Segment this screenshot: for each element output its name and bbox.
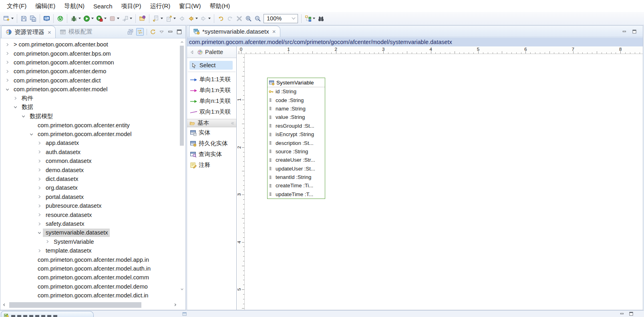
- tree-item-content[interactable]: 构件: [19, 94, 35, 102]
- tree-item-content[interactable]: com.primeton.gocom.afcenter.model: [11, 85, 109, 94]
- tree-item-content[interactable]: common.datasetx: [43, 157, 93, 165]
- chevron-right-icon[interactable]: [36, 176, 43, 182]
- chevron-down-icon[interactable]: [20, 113, 27, 119]
- entity-field[interactable]: description :St...: [268, 138, 325, 147]
- tab-template-config[interactable]: 模板配置: [56, 26, 97, 38]
- tree-item[interactable]: app.datasetx: [1, 138, 179, 147]
- tree-item-content[interactable]: SystemVariable: [51, 237, 95, 246]
- tree-item[interactable]: portal.datasetx: [1, 193, 179, 201]
- tree-item-content[interactable]: com.primeton.gocom.afcenter.entity: [35, 121, 131, 129]
- tree-item-content[interactable]: com.primeton.gocom.afcenter.model.comm: [35, 273, 151, 282]
- tree-item-content[interactable]: com.primeton.gocom.afcenter.common: [11, 58, 116, 66]
- tree-item[interactable]: auth.datasetx: [1, 148, 179, 156]
- tree-item-content[interactable]: auth.datasetx: [43, 148, 82, 156]
- minimize-icon[interactable]: [620, 311, 624, 316]
- dropdown-caret-icon[interactable]: [313, 18, 315, 19]
- dropdown-caret-icon[interactable]: [173, 18, 176, 19]
- chevron-right-icon[interactable]: [4, 77, 11, 84]
- tree-item[interactable]: SystemVariable: [1, 237, 179, 246]
- dropdown-caret-icon[interactable]: [117, 18, 119, 19]
- load-target-button[interactable]: [138, 14, 147, 24]
- tree-item[interactable]: 数据: [1, 103, 179, 112]
- zoom-in-button[interactable]: [244, 14, 253, 24]
- diagram-canvas[interactable]: SystemVariable id :Stringcode :Stringnam…: [245, 54, 643, 310]
- menu-project[interactable]: 项目(P): [117, 1, 146, 12]
- skip-breakpoints-button[interactable]: [121, 14, 133, 24]
- menu-file[interactable]: 文件(F): [2, 1, 31, 12]
- tree-item[interactable]: common.datasetx: [1, 156, 179, 165]
- entity-header[interactable]: SystemVariable: [268, 78, 325, 87]
- entity-field[interactable]: name :String: [268, 104, 325, 113]
- delete-button[interactable]: [235, 14, 244, 24]
- dropdown-caret-icon[interactable]: [208, 18, 211, 19]
- tree-item[interactable]: com.primeton.gocom.afcenter.model.dict.i…: [1, 291, 179, 299]
- dropdown-caret-icon[interactable]: [104, 18, 107, 19]
- collapse-all-button[interactable]: [127, 29, 133, 35]
- close-icon[interactable]: ×: [272, 28, 276, 34]
- chevron-right-icon[interactable]: [4, 59, 11, 66]
- tree-item-content[interactable]: app.datasetx: [43, 139, 80, 147]
- tree-item-content[interactable]: com.primeton.gocom.afcenter.model.dict.i…: [35, 291, 150, 299]
- palette-tool-relation-3[interactable]: 单向n:1关联: [187, 96, 236, 106]
- dropdown-caret-icon[interactable]: [161, 18, 163, 19]
- palette-tool-persist[interactable]: 持久化实体: [187, 138, 236, 149]
- tree-vertical-scrollbar[interactable]: [179, 40, 185, 300]
- horizontal-scroll-thumb[interactable]: [9, 302, 141, 308]
- chevron-right-icon[interactable]: [36, 212, 43, 218]
- chevron-down-icon[interactable]: [36, 229, 43, 236]
- tree-item[interactable]: com.primeton.gocom.afcenter.model: [1, 130, 179, 138]
- chevron-down-icon[interactable]: [28, 131, 35, 137]
- dropdown-caret-icon[interactable]: [91, 18, 94, 19]
- tree-item-content[interactable]: com.primeton.gocom.afcenter.model.app.in: [35, 255, 151, 264]
- collapse-palette-icon[interactable]: [189, 49, 195, 55]
- diagram-layout-button[interactable]: [304, 14, 316, 24]
- back-to-last-edit-button[interactable]: [177, 14, 186, 24]
- tree-item-content[interactable]: resource.datasetx: [43, 211, 93, 219]
- palette-tool-select[interactable]: Select: [189, 61, 233, 70]
- tree-item-content[interactable]: com.primeton.gocom.afcenter.model: [35, 130, 133, 138]
- vertical-scroll-thumb[interactable]: [180, 46, 184, 146]
- check-out-button[interactable]: [164, 14, 177, 24]
- palette-tool-note[interactable]: 注释: [187, 160, 236, 171]
- scroll-right-icon[interactable]: [173, 303, 177, 307]
- tab-resource-explorer[interactable]: 资源管理器 ×: [1, 26, 56, 38]
- tree-item[interactable]: com.primeton.gocom.afcenter.model.auth.i…: [1, 264, 179, 273]
- close-icon[interactable]: ×: [48, 29, 51, 35]
- entity-field[interactable]: code :String: [268, 96, 325, 104]
- view-menu-button[interactable]: [159, 29, 165, 35]
- check-in-button[interactable]: [151, 14, 164, 24]
- tree-item-content[interactable]: com.primeton.gocom.afcenter.bps.om: [11, 49, 113, 58]
- tree-item[interactable]: demo.datasetx: [1, 165, 179, 174]
- menu-edit[interactable]: 编辑(E): [31, 1, 60, 12]
- open-console-button[interactable]: [42, 14, 51, 24]
- tree-item[interactable]: org.datasetx: [1, 183, 179, 192]
- palette-tool-relation-1[interactable]: 单向1:1关联: [187, 74, 236, 85]
- entity-field[interactable]: updateUser :St...: [268, 165, 325, 173]
- tree-item-content[interactable]: > com.primeton.gocom.afcenter.boot: [11, 40, 110, 49]
- boot-dashboard-button[interactable]: [56, 14, 65, 24]
- run-external-tools-button[interactable]: [95, 14, 108, 24]
- tree-item-selected[interactable]: systemvariable.datasetx: [43, 229, 110, 237]
- tree-item[interactable]: com.primeton.gocom.afcenter.demo: [1, 67, 179, 76]
- tree-item-content[interactable]: dict.datasetx: [43, 175, 80, 183]
- tree-item[interactable]: dict.datasetx: [1, 175, 179, 183]
- tree-item[interactable]: safety.datasetx: [1, 219, 179, 228]
- entity-field[interactable]: resGroupId :St...: [268, 122, 325, 130]
- tree-item-content[interactable]: com.primeton.gocom.afcenter.model.demo: [35, 282, 149, 291]
- tree-item[interactable]: com.primeton.gocom.afcenter.common: [1, 58, 179, 67]
- tree-item-content[interactable]: com.primeton.gocom.afcenter.demo: [11, 67, 108, 76]
- palette-tool-relation-4[interactable]: 双向1:n关联: [187, 106, 236, 117]
- tree-item[interactable]: com.primeton.gocom.afcenter.model.demo: [1, 282, 179, 291]
- forward-button[interactable]: [199, 14, 212, 24]
- chevron-down-icon[interactable]: [12, 104, 19, 110]
- chevron-right-icon[interactable]: [36, 221, 43, 227]
- menu-help[interactable]: 帮助(H): [205, 1, 235, 12]
- zoom-out-button[interactable]: [253, 14, 262, 24]
- chevron-right-icon[interactable]: [36, 247, 43, 254]
- menu-run[interactable]: 运行(R): [146, 1, 175, 12]
- entity-field[interactable]: updateTime :T...: [268, 190, 325, 199]
- entity-field[interactable]: tenantId :String: [268, 173, 325, 181]
- scroll-left-icon[interactable]: [2, 303, 6, 307]
- dropdown-caret-icon[interactable]: [78, 18, 81, 19]
- pin-group-icon[interactable]: [230, 121, 235, 126]
